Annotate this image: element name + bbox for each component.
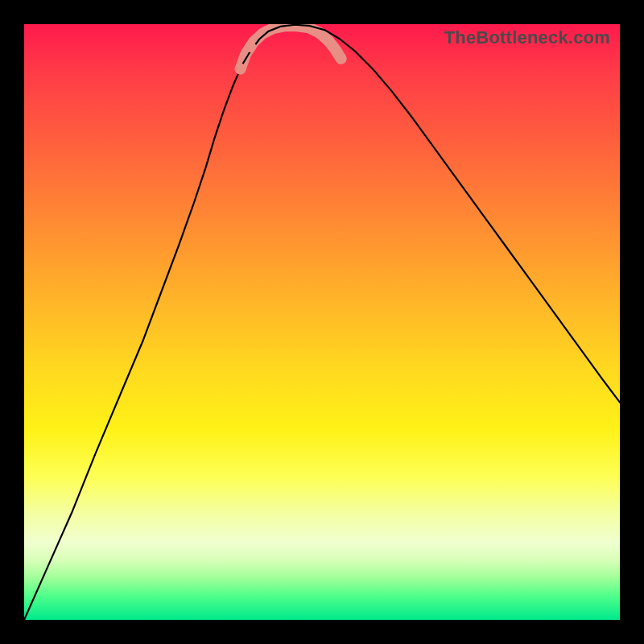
marker-right-2 [332, 47, 343, 58]
outer-frame: TheBottleneck.com [0, 0, 644, 644]
chart-svg [24, 24, 620, 620]
watermark-text: TheBottleneck.com [444, 27, 610, 48]
plot-area: TheBottleneck.com [24, 24, 620, 620]
bottleneck-curve [24, 25, 620, 620]
marker-left-1 [235, 64, 246, 75]
marker-left-2 [245, 41, 256, 52]
marker-right-1 [322, 35, 333, 46]
